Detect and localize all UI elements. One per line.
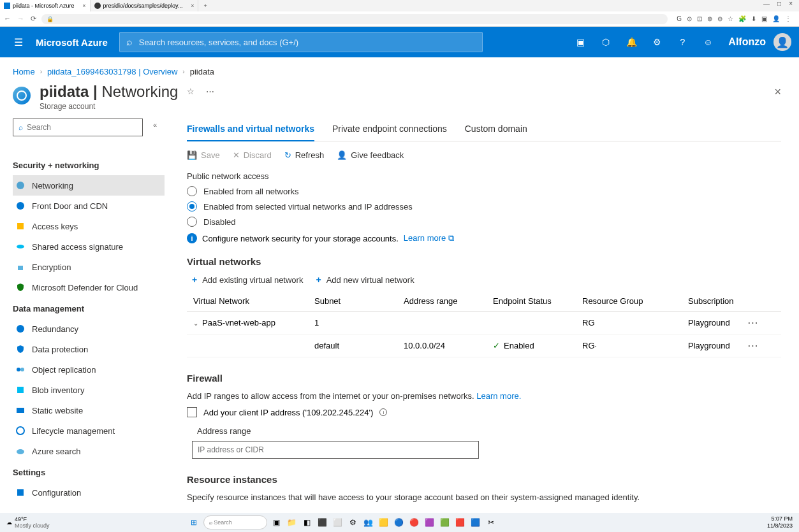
- save-button[interactable]: 💾Save: [187, 150, 220, 160]
- pin-icon[interactable]: ☆: [187, 87, 194, 96]
- sidebar-search-input[interactable]: [27, 123, 137, 132]
- app-icon[interactable]: ⬜: [332, 517, 344, 528]
- sidebar-item-networking[interactable]: Networking: [13, 175, 165, 196]
- extensions-icon[interactable]: 🧩: [738, 15, 746, 22]
- notifications-icon[interactable]: 🔔: [619, 27, 644, 57]
- chevron-down-icon[interactable]: ⌄: [193, 320, 198, 327]
- ext-icon[interactable]: ☆: [728, 15, 733, 22]
- globe-icon: [15, 180, 26, 191]
- tab-custom-domain[interactable]: Custom domain: [465, 119, 527, 141]
- edge-icon[interactable]: 🔵: [393, 517, 405, 528]
- user-name[interactable]: Alfonzo: [721, 36, 773, 48]
- ext-icon[interactable]: ⊕: [707, 15, 712, 22]
- address-bar[interactable]: 🔒: [41, 14, 668, 24]
- word-icon[interactable]: 🟦: [470, 517, 481, 528]
- ext-icon[interactable]: ▣: [761, 15, 767, 22]
- close-icon[interactable]: ×: [789, 0, 793, 7]
- new-tab-button[interactable]: +: [198, 3, 212, 9]
- table-row[interactable]: default 10.0.0.0/24 ✓Enabled RG· Playgro…: [187, 334, 781, 357]
- discard-button[interactable]: ✕Discard: [233, 150, 272, 160]
- app-icon[interactable]: ⚙: [348, 517, 359, 528]
- app-icon[interactable]: 🟨: [378, 517, 390, 528]
- sidebar-item-sas[interactable]: Shared access signature: [13, 236, 162, 257]
- app-icon[interactable]: ✂: [485, 517, 497, 528]
- sidebar-item-blobinv[interactable]: Blob inventory: [13, 380, 162, 400]
- copilot-icon[interactable]: ⬡: [593, 27, 619, 57]
- ext-icon[interactable]: ⊙: [687, 15, 692, 22]
- info-icon[interactable]: i: [379, 408, 387, 416]
- learn-more-link[interactable]: Learn more ⧉: [404, 233, 454, 243]
- more-icon[interactable]: ···: [748, 318, 767, 327]
- close-icon[interactable]: ×: [82, 3, 85, 9]
- table-row[interactable]: ⌄PaaS-vnet-web-app 1 RG Playground ···: [187, 312, 781, 334]
- maximize-icon[interactable]: □: [777, 0, 781, 7]
- sidebar-item-dataprotection[interactable]: Data protection: [13, 339, 162, 359]
- forward-icon[interactable]: →: [17, 15, 24, 23]
- teams-icon[interactable]: 👥: [363, 517, 374, 528]
- collapse-icon[interactable]: «: [153, 121, 157, 129]
- search-input[interactable]: [139, 38, 476, 47]
- tab-firewalls[interactable]: Firewalls and virtual networks: [187, 119, 314, 141]
- app-icon[interactable]: 🟥: [455, 517, 466, 528]
- refresh-icon[interactable]: ⟳: [31, 15, 36, 23]
- app-icon[interactable]: 🟪: [424, 517, 436, 528]
- sidebar-item-lifecycle[interactable]: Lifecycle management: [13, 421, 162, 441]
- sidebar-item-accesskeys[interactable]: Access keys: [13, 216, 162, 236]
- add-client-ip-checkbox[interactable]: Add your client IP address ('109.202.245…: [187, 407, 781, 417]
- browser-tab-azure[interactable]: piidata - Microsoft Azure ×: [0, 0, 91, 11]
- learn-more-link[interactable]: Learn more.: [476, 391, 521, 401]
- close-icon[interactable]: ×: [191, 3, 194, 9]
- breadcrumb-home[interactable]: Home: [13, 67, 35, 76]
- minimize-icon[interactable]: —: [763, 0, 770, 7]
- weather-widget[interactable]: ☁ 49°FMostly cloudy: [0, 516, 56, 529]
- excel-icon[interactable]: 🟩: [439, 517, 451, 528]
- radio-disabled[interactable]: Disabled: [187, 217, 781, 227]
- avatar[interactable]: 👤: [773, 33, 791, 51]
- sidebar-item-staticweb[interactable]: Static website: [13, 400, 162, 421]
- add-existing-vnet-button[interactable]: +Add existing virtual network: [192, 275, 303, 285]
- global-search[interactable]: ⌕: [119, 32, 483, 52]
- ext-icon[interactable]: ⊡: [697, 15, 702, 22]
- profile-icon[interactable]: 👤: [772, 15, 780, 22]
- feedback-icon[interactable]: ☺: [695, 27, 721, 57]
- sidebar-item-redundancy[interactable]: Redundancy: [13, 319, 162, 339]
- radio-selected-networks[interactable]: Enabled from selected virtual networks a…: [187, 201, 781, 212]
- plus-icon: +: [192, 275, 197, 285]
- ext-icon[interactable]: G: [677, 15, 682, 22]
- start-icon[interactable]: ⊞: [188, 517, 200, 528]
- help-icon[interactable]: ?: [670, 27, 695, 57]
- close-blade-icon[interactable]: ×: [774, 83, 781, 99]
- browser-tab-github[interactable]: presidio/docs/samples/deploy... ×: [91, 0, 199, 11]
- breadcrumb-rg[interactable]: piidata_1699463031798 | Overview: [47, 67, 177, 76]
- tab-private-endpoint[interactable]: Private endpoint connections: [332, 119, 447, 141]
- radio-all-networks[interactable]: Enabled from all networks: [187, 186, 781, 196]
- chrome-icon[interactable]: 🔴: [409, 517, 420, 528]
- taskview-icon[interactable]: ▣: [271, 517, 282, 528]
- sidebar-item-azsearch[interactable]: Azure search: [13, 441, 162, 461]
- explorer-icon[interactable]: 📁: [286, 517, 298, 528]
- system-clock[interactable]: 5:07 PM11/8/2023: [761, 515, 799, 529]
- ext-icon[interactable]: ⊖: [717, 15, 722, 22]
- more-icon[interactable]: ⋯: [206, 87, 214, 96]
- feedback-button[interactable]: 👤Give feedback: [337, 150, 404, 160]
- menu-icon[interactable]: ⋮: [785, 15, 791, 22]
- gear-icon[interactable]: ⚙: [644, 27, 670, 57]
- brand-text[interactable]: Microsoft Azure: [32, 37, 119, 48]
- sidebar-item-frontdoor[interactable]: Front Door and CDN: [13, 196, 162, 216]
- app-icon[interactable]: ⬛: [317, 517, 328, 528]
- refresh-button[interactable]: ↻Refresh: [284, 150, 325, 160]
- sidebar-search[interactable]: ⌕: [13, 119, 143, 136]
- sidebar-item-encryption[interactable]: Encryption: [13, 257, 162, 277]
- app-icon[interactable]: ◧: [302, 517, 313, 528]
- hamburger-icon[interactable]: ☰: [5, 36, 32, 48]
- add-new-vnet-button[interactable]: +Add new virtual network: [316, 275, 414, 285]
- sidebar-item-defender[interactable]: Microsoft Defender for Cloud: [13, 277, 162, 298]
- taskbar-search[interactable]: ⌕ Search: [203, 515, 267, 529]
- sidebar-item-objrep[interactable]: Object replication: [13, 359, 162, 380]
- cloud-shell-icon[interactable]: ▣: [568, 27, 593, 57]
- more-icon[interactable]: ···: [748, 341, 767, 350]
- back-icon[interactable]: ←: [4, 15, 11, 23]
- sidebar-item-config[interactable]: Configuration: [13, 482, 162, 503]
- download-icon[interactable]: ⬇: [751, 15, 756, 22]
- ip-address-input[interactable]: [192, 441, 479, 459]
